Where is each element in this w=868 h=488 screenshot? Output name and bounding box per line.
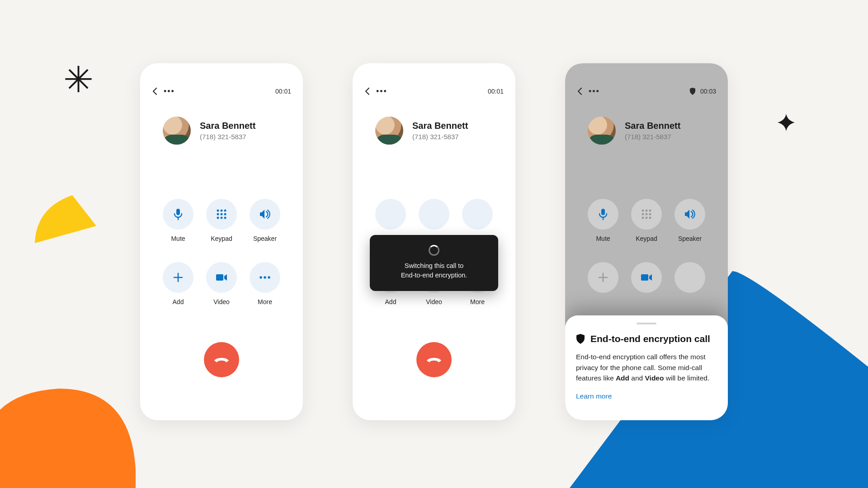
more-label: More — [258, 298, 272, 305]
caller-avatar — [588, 117, 616, 145]
header-more-button[interactable]: ••• — [164, 87, 175, 96]
speaker-icon — [259, 208, 271, 220]
svg-rect-0 — [176, 209, 180, 215]
svg-point-25 — [649, 217, 651, 219]
mute-button[interactable]: Mute — [588, 199, 618, 242]
keypad-icon — [216, 208, 227, 220]
keypad-label: Keypad — [211, 235, 232, 242]
learn-more-link[interactable]: Learn more — [576, 392, 612, 400]
svg-point-13 — [264, 276, 266, 278]
header-more-button[interactable]: ••• — [589, 87, 600, 96]
end-call-button[interactable] — [204, 342, 239, 377]
svg-point-4 — [224, 210, 226, 212]
video-button[interactable]: . — [631, 262, 662, 305]
video-label: Video — [213, 298, 230, 305]
svg-point-17 — [642, 210, 644, 212]
caller-name: Sara Bennett — [412, 121, 468, 131]
plus-icon — [173, 272, 184, 283]
svg-point-19 — [649, 210, 651, 212]
video-icon — [640, 273, 653, 282]
mute-label: Mute — [596, 235, 610, 242]
add-label: Add — [385, 298, 396, 305]
sheet-drag-handle[interactable] — [637, 323, 656, 324]
caller-name: Sara Bennett — [625, 121, 680, 131]
spinner-icon — [429, 245, 439, 256]
back-button[interactable] — [152, 87, 157, 95]
hangup-icon — [213, 356, 230, 363]
svg-point-18 — [646, 210, 648, 212]
more-icon — [259, 276, 271, 279]
mute-label: Mute — [171, 235, 185, 242]
mic-icon — [172, 208, 184, 221]
shield-icon — [689, 88, 696, 95]
svg-point-2 — [217, 210, 219, 212]
svg-point-8 — [217, 217, 219, 219]
back-button[interactable] — [364, 87, 370, 95]
toast-line-2: End-to-end encryption. — [378, 271, 490, 280]
svg-point-12 — [259, 276, 262, 278]
back-button[interactable] — [577, 87, 582, 95]
hangup-icon — [426, 356, 442, 363]
svg-point-9 — [221, 217, 223, 219]
speaker-label: Speaker — [678, 235, 702, 242]
e2ee-bottom-sheet: End-to-end encryption call End-to-end en… — [565, 315, 728, 420]
speaker-button[interactable]: Speaker — [250, 199, 280, 242]
phone-screen-3: ••• 00:03 Sara Bennett (718) 321-5837 Mu… — [565, 63, 728, 420]
caller-name: Sara Bennett — [200, 121, 255, 131]
svg-rect-11 — [216, 274, 223, 281]
keypad-button[interactable]: Keypad — [631, 199, 662, 242]
more-button[interactable]: . — [675, 262, 705, 305]
svg-point-3 — [221, 210, 223, 212]
caller-phone: (718) 321-5837 — [412, 133, 468, 141]
svg-point-14 — [268, 276, 270, 278]
speaker-label: Speaker — [253, 235, 277, 242]
svg-point-20 — [642, 213, 644, 216]
svg-point-23 — [642, 217, 644, 219]
keypad-label: Keypad — [636, 235, 657, 242]
svg-point-21 — [646, 213, 648, 216]
phone-screen-1: ••• 00:01 Sara Bennett (718) 321-5837 Mu… — [140, 63, 303, 420]
svg-point-5 — [217, 213, 219, 216]
call-timer: 00:01 — [488, 88, 504, 95]
svg-rect-26 — [641, 274, 648, 281]
call-timer: 00:03 — [700, 88, 716, 95]
more-label: More — [470, 298, 485, 305]
svg-point-22 — [649, 213, 651, 216]
shield-icon — [576, 334, 585, 344]
speaker-button[interactable]: Speaker — [675, 199, 705, 242]
speaker-icon — [684, 208, 696, 220]
svg-point-7 — [224, 213, 226, 216]
sheet-title-text: End-to-end encryption call — [590, 333, 710, 344]
end-call-button[interactable] — [416, 342, 452, 377]
caller-avatar — [163, 117, 191, 145]
video-button[interactable]: Video — [206, 262, 237, 305]
header-more-button[interactable]: ••• — [376, 87, 387, 96]
mute-button[interactable]: Mute — [163, 199, 193, 242]
add-label: Add — [173, 298, 184, 305]
keypad-icon — [641, 208, 652, 220]
add-button[interactable]: . — [588, 262, 618, 305]
plus-icon — [598, 272, 609, 283]
video-label: Video — [426, 298, 442, 305]
video-icon — [215, 273, 228, 282]
phone-screen-2: ••• 00:01 Sara Bennett (718) 321-5837 . … — [353, 63, 515, 420]
caller-phone: (718) 321-5837 — [625, 133, 680, 141]
caller-avatar — [375, 117, 403, 145]
more-button[interactable]: More — [250, 262, 280, 305]
switching-toast: Switching this call to End-to-end encryp… — [370, 235, 498, 291]
svg-point-24 — [646, 217, 648, 219]
svg-point-6 — [221, 213, 223, 216]
svg-point-10 — [224, 217, 226, 219]
svg-rect-15 — [601, 209, 605, 215]
caller-phone: (718) 321-5837 — [200, 133, 255, 141]
call-timer: 00:01 — [275, 88, 291, 95]
sheet-body: End-to-end encryption call offers the mo… — [576, 352, 717, 383]
add-button[interactable]: Add — [163, 262, 193, 305]
keypad-button[interactable]: Keypad — [206, 199, 237, 242]
toast-line-1: Switching this call to — [378, 261, 490, 271]
mic-icon — [597, 208, 609, 221]
